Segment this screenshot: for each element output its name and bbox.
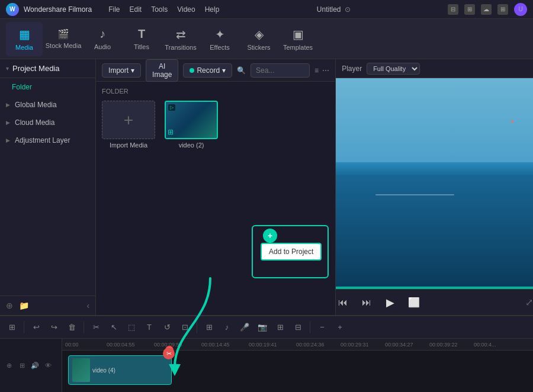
title-bar: W Wondershare Filmora File Edit Tools Vi… — [0, 0, 533, 19]
kite-icon — [511, 120, 513, 123]
tool-transitions[interactable]: ⇄ Transitions — [162, 22, 199, 56]
more-timeline-icon[interactable]: ⊞ — [273, 320, 287, 335]
zoom-out-button[interactable]: − — [315, 320, 329, 335]
crop-button[interactable]: ⬚ — [124, 320, 139, 335]
video-media-label: video (2) — [179, 142, 204, 149]
filter-icon[interactable]: ≡ — [314, 66, 319, 75]
pip-button[interactable]: ⊡ — [178, 320, 192, 335]
grid-icon[interactable]: ⊞ — [464, 4, 475, 15]
collapse-footer-icon[interactable]: ‹ — [86, 301, 89, 310]
ruler-2931: 00:00:29:31 — [341, 342, 369, 348]
menu-file[interactable]: File — [108, 5, 120, 14]
tool-stickers-label: Stickers — [247, 44, 270, 51]
record-button[interactable]: Record ▾ — [183, 63, 232, 78]
expand-icon: ▾ — [6, 65, 9, 72]
video-media-item[interactable]: ▷ ⊞ video (2) — [165, 101, 218, 149]
import-media-item[interactable]: + Import Media — [102, 101, 155, 149]
record-label: Record — [197, 66, 220, 75]
screenshot-button[interactable]: 📷 — [255, 320, 269, 335]
menu-bar: File Edit Tools Video Help — [108, 5, 219, 14]
audio-button[interactable]: ♪ — [220, 320, 234, 335]
app-name: Wondershare Filmora — [24, 5, 92, 14]
folder-item[interactable]: Folder — [0, 78, 95, 96]
tool-titles-label: Titles — [134, 43, 149, 50]
split-button[interactable]: ⊟ — [291, 320, 305, 335]
media-icon: ▦ — [19, 27, 30, 41]
play-button[interactable]: ▶ — [383, 295, 397, 310]
frame-button[interactable]: ⬜ — [407, 295, 421, 310]
step-back-button[interactable]: ⏭ — [359, 295, 374, 310]
sep-1 — [24, 322, 24, 333]
nav-global-media[interactable]: ▶ Global Media — [0, 96, 95, 114]
sep-4 — [310, 322, 310, 333]
menu-help[interactable]: Help — [205, 5, 220, 14]
rotate-button[interactable]: ↺ — [160, 320, 174, 335]
cut-button[interactable]: ✂ — [89, 320, 103, 335]
folder-footer-icon[interactable]: 📁 — [19, 301, 29, 310]
delete-button[interactable]: 🗑 — [65, 320, 79, 335]
rewind-button[interactable]: ⏮ — [336, 295, 350, 310]
menu-video[interactable]: Video — [177, 5, 195, 14]
preview-header: Player Full Quality 1/2 Quality 1/4 Qual… — [336, 59, 533, 78]
tool-stock-media[interactable]: 🎬 Stock Media — [45, 22, 82, 56]
tool-stickers[interactable]: ◈ Stickers — [240, 22, 277, 56]
text-button[interactable]: T — [142, 320, 156, 335]
arrow-global: ▶ — [6, 102, 10, 108]
voice-button[interactable]: 🎤 — [237, 320, 252, 335]
tool-stock-label: Stock Media — [46, 42, 82, 49]
preview-panel: Player Full Quality 1/2 Quality 1/4 Qual… — [335, 59, 533, 315]
quality-select[interactable]: Full Quality 1/2 Quality 1/4 Quality — [367, 63, 420, 75]
tool-media[interactable]: ▦ Media — [6, 22, 43, 56]
record-dropdown-icon: ▾ — [222, 66, 226, 75]
layout-icon[interactable]: ⊞ — [497, 4, 508, 15]
import-footer-icon[interactable]: ⊕ — [6, 301, 13, 310]
cloud-media-label: Cloud Media — [15, 118, 54, 127]
video-thumb: ▷ ⊞ — [165, 101, 218, 139]
track-volume-icon[interactable]: 🔊 — [30, 360, 40, 371]
menu-edit[interactable]: Edit — [130, 5, 142, 14]
import-button[interactable]: Import ▾ — [102, 63, 141, 78]
project-media-title: Project Media — [12, 64, 59, 73]
add-to-project-plus-icon[interactable]: + — [263, 229, 277, 243]
track-add-icon[interactable]: ⊕ — [4, 360, 14, 371]
timeline-content: ⊕ ⊞ 🔊 👁 00:00 00:00:04:55 00:00:09:50 00… — [0, 339, 533, 392]
undo-button[interactable]: ↩ — [29, 320, 43, 335]
tool-media-label: Media — [15, 44, 33, 51]
nav-cloud-media[interactable]: ▶ Cloud Media — [0, 114, 95, 131]
preview-controls: ⏮ ⏭ ▶ ⬜ ⤢ — [336, 289, 533, 315]
import-thumb: + — [102, 101, 155, 139]
tool-effects[interactable]: ✦ Effects — [201, 22, 238, 56]
global-media-label: Global Media — [15, 101, 57, 109]
search-input[interactable] — [251, 63, 310, 78]
menu-tools[interactable]: Tools — [151, 5, 168, 14]
zoom-in-button[interactable]: + — [333, 320, 347, 335]
more-options-icon[interactable]: ⋯ — [322, 66, 329, 75]
ai-image-button[interactable]: AI Image — [146, 59, 178, 82]
main-toolbar: ▦ Media 🎬 Stock Media ♪ Audio T Titles ⇄… — [0, 19, 533, 59]
video-clip[interactable]: video (4) — [68, 355, 172, 385]
redo-button[interactable]: ↪ — [47, 320, 61, 335]
scissor-marker[interactable]: ✂ — [163, 348, 175, 359]
timeline-layout-icon[interactable]: ⊞ — [5, 320, 19, 335]
stickers-icon: ◈ — [255, 27, 264, 41]
folder-section-label: FOLDER — [102, 88, 329, 95]
track-eye-icon[interactable]: 👁 — [43, 360, 53, 371]
track-link-icon[interactable]: ⊞ — [17, 360, 27, 371]
monitor-icon[interactable]: ⊟ — [448, 4, 458, 15]
expand-preview-icon[interactable]: ⤢ — [525, 297, 533, 308]
preview-area — [336, 78, 533, 289]
timeline-ruler-area: 00:00 00:00:04:55 00:00:09:50 00:00:14:4… — [62, 339, 533, 392]
avatar-icon[interactable]: U — [514, 3, 527, 16]
ruler-2436: 00:00:24:36 — [296, 342, 325, 348]
arrow-adjustment: ▶ — [6, 137, 10, 143]
ruler-1445: 00:00:14:45 — [201, 342, 230, 348]
tool-templates[interactable]: ▣ Templates — [280, 22, 316, 56]
import-dropdown-icon: ▾ — [131, 66, 134, 75]
tool-audio[interactable]: ♪ Audio — [84, 22, 121, 56]
tool-titles[interactable]: T Titles — [123, 22, 160, 56]
nav-adjustment-layer[interactable]: ▶ Adjustment Layer — [0, 131, 95, 149]
cloud-icon[interactable]: ☁ — [481, 4, 492, 15]
cursor-button[interactable]: ↖ — [107, 320, 121, 335]
resize-button[interactable]: ⊞ — [202, 320, 216, 335]
media-toolbar-right: ≡ ⋯ — [314, 66, 329, 75]
